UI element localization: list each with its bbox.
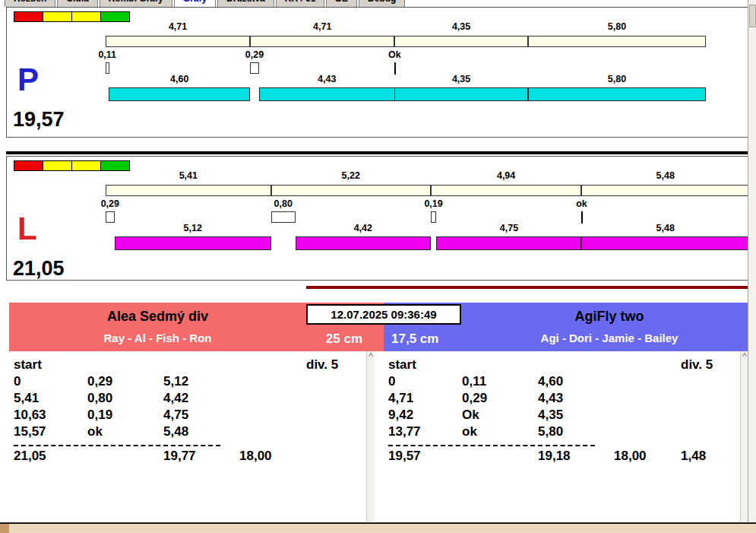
legend-box-yellow-2 <box>71 11 101 22</box>
changeover-label: 0,19 <box>424 198 442 209</box>
jump-height-right: 17,5 cm <box>391 332 438 347</box>
run-time-label: 4,42 <box>354 223 372 233</box>
team-title-right: AgiFly two <box>470 303 748 328</box>
changeover-ok-tick <box>394 62 396 75</box>
tab-bar: Rozbeh Čidla Kombi Grafy Grafy Družstvá … <box>5 0 552 7</box>
tab-druzstva[interactable]: Družstvá <box>217 0 274 7</box>
changeover-label: ok <box>576 198 587 209</box>
run-time-label: 5,48 <box>656 223 675 233</box>
legend-box-yellow-1 <box>43 11 72 22</box>
tab-de[interactable]: DE <box>326 0 357 7</box>
leg-segment <box>431 185 582 196</box>
standard-time: 18,00 <box>614 449 647 464</box>
legend-box-red <box>14 160 43 171</box>
window-scrollbar[interactable] <box>748 0 756 522</box>
total-time-p: 19,57 <box>13 109 65 130</box>
runs-sum: 19,77 <box>163 449 196 464</box>
changeover-gap-box <box>271 211 296 223</box>
tab-kr-61[interactable]: KR / 61 <box>276 0 325 7</box>
leg-time-label: 4,35 <box>452 21 470 32</box>
run-letter-p: P <box>17 64 39 96</box>
run-segment <box>436 236 581 250</box>
app-window: Rozbeh Čidla Kombi Grafy Grafy Družstvá … <box>0 0 756 533</box>
changeover-label: 0,29 <box>245 49 264 60</box>
datetime-box: 12.07.2025 09:36:49 <box>306 304 461 325</box>
run-time: 4,43 <box>538 391 563 406</box>
gap-time: 0,29 <box>462 391 487 406</box>
leg-segment <box>581 185 749 196</box>
leg-time-label: 4,71 <box>313 21 331 32</box>
run-time-label: 4,43 <box>318 74 336 84</box>
split-chart-l: 5,410,295,125,220,804,424,940,194,755,48… <box>106 157 749 280</box>
tab-debug[interactable]: Debug <box>359 0 405 7</box>
leg-segment <box>394 36 528 47</box>
run-time-label: 4,35 <box>452 74 470 84</box>
tab-rozbeh[interactable]: Rozbeh <box>5 0 55 7</box>
table-row: 15,57 ok 5,48 <box>9 424 375 441</box>
leg-time-label: 5,41 <box>179 170 198 181</box>
jump-height-left: 25 cm <box>326 332 362 347</box>
bottom-left-corner <box>0 524 9 533</box>
run-segment <box>394 87 528 101</box>
results-table-left: start div. 5 0 0,29 5,12 5,41 0,80 4,42 … <box>9 351 375 522</box>
run-segment <box>581 236 749 250</box>
totals-divider <box>388 445 595 446</box>
changeover-label: 0,11 <box>98 49 116 60</box>
run-time: 5,80 <box>538 424 563 439</box>
changeover-gap-box <box>431 211 437 223</box>
tab-grafy[interactable]: Grafy <box>174 0 216 7</box>
tab-cidla[interactable]: Čidla <box>57 0 97 7</box>
cum-time: 0 <box>388 374 395 389</box>
scroll-up-icon[interactable]: ^ <box>367 351 375 361</box>
table-row: 4,71 0,29 4,43 <box>384 391 748 408</box>
leg-time-label: 5,48 <box>656 170 675 181</box>
run-time: 4,75 <box>163 408 188 423</box>
tab-row: Rozbeh Čidla Kombi Grafy Grafy Družstvá … <box>5 0 406 7</box>
run-time: 4,42 <box>163 391 188 406</box>
table-row: 5,41 0,80 4,42 <box>9 391 375 408</box>
leg-segment <box>528 36 706 47</box>
run-time: 4,35 <box>538 408 563 423</box>
changeover-gap-box <box>250 62 259 74</box>
run-segment <box>296 236 431 250</box>
cum-time: 5,41 <box>14 391 39 406</box>
bottom-edge-strip <box>0 522 756 533</box>
start-label: start <box>388 357 416 373</box>
total-time: 19,57 <box>388 449 421 464</box>
runs-sum: 19,18 <box>538 449 571 464</box>
table-row: 0 0,11 4,60 <box>384 374 748 391</box>
scrollbar-thumb[interactable] <box>749 5 756 27</box>
tab-kombi-grafy[interactable]: Kombi Grafy <box>100 0 172 7</box>
cum-time: 13,77 <box>388 424 421 439</box>
standard-time: 18,00 <box>239 449 272 464</box>
leg-time-label: 4,71 <box>169 21 187 32</box>
team-members-right: Agi - Dori - Jamie - Bailey <box>470 328 748 351</box>
division-label: div. 5 <box>681 357 713 373</box>
run-segment <box>259 87 395 101</box>
cum-time: 15,57 <box>14 424 46 439</box>
table-row: 13,77 ok 5,80 <box>384 424 748 441</box>
changeover-gap-box <box>106 62 109 74</box>
run-time-label: 5,12 <box>184 223 202 233</box>
leg-segment <box>271 185 431 196</box>
graph-panel-l: L 21,05 5,410,295,125,220,804,424,940,19… <box>6 156 748 281</box>
leg-time-label: 4,94 <box>497 170 515 181</box>
cum-time: 4,71 <box>388 391 413 406</box>
run-time-label: 4,75 <box>500 223 518 233</box>
leg-time-label: 5,80 <box>608 21 626 32</box>
totals-row: 21,05 19,77 18,00 <box>9 449 375 465</box>
changeover-label: Ok <box>388 49 401 60</box>
leg-segment <box>106 36 250 47</box>
gap-time: 0,11 <box>462 374 486 389</box>
legend-box-yellow-2 <box>71 160 101 171</box>
table-scrollbar[interactable]: ^ <box>366 351 375 522</box>
run-time-label: 5,80 <box>608 74 626 84</box>
cum-time: 9,42 <box>388 408 413 423</box>
time-diff: 1,48 <box>681 449 706 464</box>
cum-time: 10,63 <box>14 408 46 423</box>
gap-time: ok <box>462 424 477 439</box>
cum-time: 0 <box>14 374 21 389</box>
totals-divider <box>14 445 220 446</box>
run-letter-l: L <box>17 213 37 245</box>
run-time-label: 4,60 <box>170 74 188 84</box>
